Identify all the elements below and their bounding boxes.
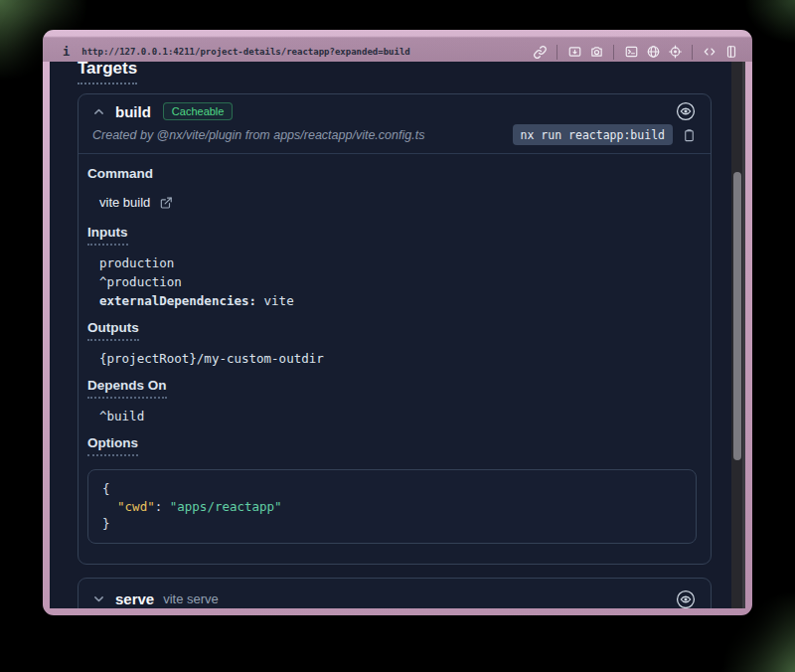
created-by-text: Created by @nx/vite/plugin from apps/rea… bbox=[92, 128, 424, 142]
target-subtitle: vite serve bbox=[163, 591, 219, 606]
run-command-chip[interactable]: nx run reactapp:build bbox=[513, 124, 673, 145]
cacheable-badge: Cacheable bbox=[163, 102, 234, 120]
target-card-build: build Cacheable Created by @nx/vite/plug… bbox=[78, 93, 712, 565]
section-heading-inputs: Inputs bbox=[87, 225, 128, 246]
target-icon[interactable] bbox=[667, 43, 683, 61]
camera-icon[interactable] bbox=[588, 43, 604, 61]
toolbar-separator bbox=[556, 45, 557, 60]
scrollbar-thumb[interactable] bbox=[733, 172, 741, 460]
copy-icon[interactable] bbox=[682, 127, 697, 143]
eye-button[interactable] bbox=[675, 588, 697, 609]
build-card-header[interactable]: build Cacheable Created by @nx/vite/plug… bbox=[79, 94, 711, 153]
command-value: vite build bbox=[99, 196, 150, 210]
browser-titlebar: i http://127.0.0.1:4211/project-details/… bbox=[43, 30, 752, 62]
url-address[interactable]: http://127.0.0.1:4211/project-details/re… bbox=[81, 47, 410, 57]
globe-icon[interactable] bbox=[645, 43, 661, 61]
external-link-icon[interactable] bbox=[159, 196, 173, 210]
input-item: ^production bbox=[99, 272, 697, 291]
page-title: Targets bbox=[78, 62, 137, 84]
chevron-down-icon[interactable] bbox=[92, 592, 105, 605]
depends-on-item: ^build bbox=[99, 407, 697, 425]
screenshot-icon[interactable] bbox=[566, 43, 582, 61]
info-icon[interactable]: i bbox=[63, 45, 70, 59]
section-heading-depends-on: Depends On bbox=[87, 378, 167, 399]
json-value: "apps/reactapp" bbox=[170, 499, 282, 514]
terminal-icon[interactable] bbox=[623, 43, 639, 61]
chevron-up-icon[interactable] bbox=[92, 105, 105, 118]
target-card-serve: serve vite serve bbox=[78, 578, 712, 609]
section-heading-options: Options bbox=[87, 435, 138, 456]
toolbar-separator bbox=[692, 45, 693, 60]
device-panel-icon[interactable] bbox=[723, 43, 739, 61]
input-item: production bbox=[99, 253, 697, 272]
toolbar-separator bbox=[613, 45, 614, 60]
scrollbar[interactable] bbox=[731, 62, 745, 608]
eye-button[interactable] bbox=[675, 100, 697, 122]
json-key: "cwd" bbox=[117, 499, 155, 514]
input-item: externalDependencies: vite bbox=[99, 291, 697, 310]
browser-window: i http://127.0.0.1:4211/project-details/… bbox=[43, 30, 752, 615]
page-content: Targets build Cacheable Created bbox=[50, 62, 731, 608]
target-name: serve bbox=[115, 590, 154, 607]
output-item: {projectRoot}/my-custom-outdir bbox=[99, 349, 697, 368]
card-divider bbox=[79, 153, 711, 154]
options-json: { "cwd": "apps/reactapp" } bbox=[87, 469, 697, 544]
link-icon[interactable] bbox=[532, 43, 548, 61]
section-heading-outputs: Outputs bbox=[87, 320, 139, 341]
code-icon[interactable] bbox=[702, 43, 717, 61]
target-name: build bbox=[115, 103, 151, 120]
section-heading-command: Command bbox=[87, 166, 153, 181]
serve-card-header[interactable]: serve vite serve bbox=[79, 579, 711, 609]
